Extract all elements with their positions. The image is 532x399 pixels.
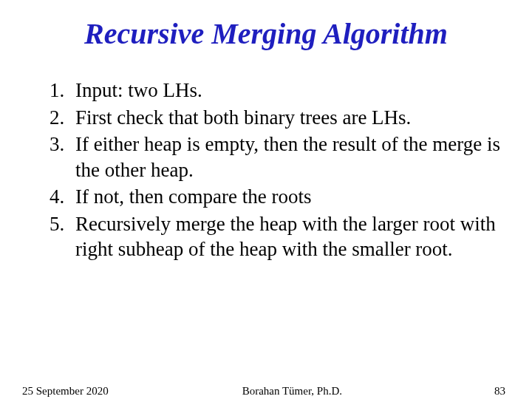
footer-date: 25 September 2020	[22, 385, 109, 398]
list-item: Recursively merge the heap with the larg…	[69, 211, 505, 262]
slide-footer: 25 September 2020 Borahan Tümer, Ph.D. 8…	[0, 385, 532, 398]
list-item: First check that both binary trees are L…	[69, 105, 505, 131]
footer-author: Borahan Tümer, Ph.D.	[109, 385, 476, 398]
list-item: Input: two LHs.	[69, 78, 505, 103]
algorithm-list: Input: two LHs. First check that both bi…	[27, 78, 505, 262]
slide-title: Recursive Merging Algorithm	[0, 16, 532, 51]
list-item: If not, then compare the roots	[69, 184, 505, 210]
footer-page-number: 83	[476, 385, 505, 398]
slide: Recursive Merging Algorithm Input: two L…	[0, 16, 532, 399]
slide-body: Input: two LHs. First check that both bi…	[0, 78, 532, 262]
list-item: If either heap is empty, then the result…	[69, 132, 505, 183]
